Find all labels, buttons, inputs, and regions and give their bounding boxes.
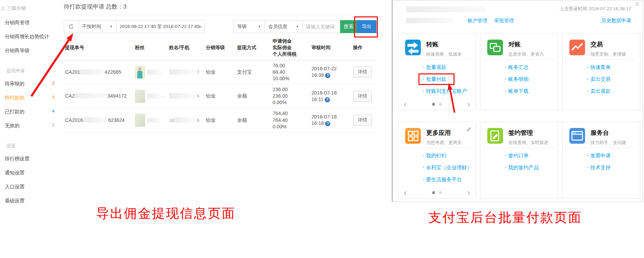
export-button[interactable]: 导出 [357, 20, 377, 33]
order-no-cell: CA2016623624 [64, 108, 134, 132]
link-account-detail[interactable]: 账务明细 [505, 76, 528, 83]
withdraw-table: 提现单号 粉丝 姓名/手机 分销等级 提现方式 申请佣金 实际佣金 个人所得税 … [64, 35, 377, 132]
time-mode-select[interactable]: 不按时间 ▼ [78, 20, 117, 33]
link-my-dingtalk[interactable]: 我的钉钉 [423, 153, 472, 159]
col-commission: 申请佣金 实际佣金 个人所得税 [271, 35, 310, 60]
sidebar-item-notify-settings[interactable]: 通知设置 [0, 166, 60, 180]
detail-button[interactable]: 详情 [353, 91, 372, 102]
link-sell-refund[interactable]: 卖出退款 [587, 88, 611, 95]
link-quick-query[interactable]: 快速查单 [587, 64, 611, 71]
name-phone-cell: 6 [168, 84, 204, 108]
time-mode-value: 不按时间 [82, 24, 101, 30]
action-cell: 详情 [352, 84, 377, 108]
filter-bar: 不按时间 ▼ 2016-06-22 17:40 至 2016-07-22 17:… [64, 20, 377, 33]
card-title: 转账 [426, 40, 462, 48]
col-review-time: 审核时间 [310, 35, 352, 60]
card-title: 交易 [591, 40, 626, 48]
link-bill-download[interactable]: 账单下载 [505, 88, 528, 95]
reconcile-icon [487, 40, 503, 55]
sidebar-section-settings: 设置 [0, 133, 60, 152]
link-invoice-apply[interactable]: 发票申请 [587, 153, 611, 159]
sidebar-item-entry-settings[interactable]: 入口设置 [0, 180, 60, 194]
table-row: CA201422685 · 7 铂金 支付宝 76.00 68.40 10.00… [64, 60, 377, 84]
export-button-label: 导出 [362, 24, 371, 30]
sidebar-item-pending-payment[interactable]: 待打款的 3 [0, 91, 60, 105]
date-range-input[interactable]: 2016-06-22 17:40 至 2016-07-22 17:40 [116, 20, 205, 33]
sidebar-section-withdraw: 提现申请 [0, 58, 60, 77]
detail-button[interactable]: 详情 [353, 115, 372, 126]
sidebar-item-distributor-manage[interactable]: 分销商管理 [0, 16, 60, 30]
card-reconcile: 对账 总览全局、更省力 账务汇总 账务明细 账单下载 [480, 33, 558, 110]
detail-button[interactable]: 详情 [353, 67, 372, 77]
avatar [135, 66, 145, 78]
action-cell: 详情 [352, 108, 377, 132]
sign-manage-icon [487, 128, 503, 144]
approval-manage-link[interactable]: 审批管理 [494, 18, 514, 23]
level-select[interactable]: 等级 ▼ [233, 20, 265, 33]
redacted-block [83, 117, 108, 123]
chevron-down-icon: ▼ [296, 25, 299, 28]
link-transfer-to-alipay[interactable]: 转账到支付宝账户 [423, 88, 467, 95]
redacted-block [147, 118, 161, 123]
sidebar-item-growth-stats[interactable]: 分销商增长趋势统计 [0, 30, 60, 44]
fan-cell: · [134, 60, 168, 84]
link-yulibao[interactable]: 余利宝（企业理财） [423, 164, 472, 171]
alipay-card-grid: 转账 快速简单、低成本 批量退款 批量付款 转账到支付宝账户 ‹ › [398, 33, 640, 199]
link-batch-refund[interactable]: 批量退款 [423, 64, 467, 71]
link-my-sign-products[interactable]: 我的签约产品 [505, 164, 539, 171]
col-order-no: 提现单号 [64, 35, 134, 60]
link-sign-orders[interactable]: 签约订单 [505, 153, 539, 159]
withdraw-main: 待打款提现申请 总数：3 不按时间 ▼ 2016-06-22 17:40 至 2… [64, 0, 377, 132]
trade-icon [569, 40, 585, 55]
member-info-select[interactable]: 会员信息 ▼ [264, 20, 303, 33]
sidebar-item-distributor-level[interactable]: 分销商等级 [0, 44, 60, 58]
alipay-header: 账户管理 审批管理 上次登录时间 2016-07-22 16:38:17 历史数… [393, 0, 643, 32]
carousel-next-icon[interactable]: › [467, 101, 470, 107]
carousel-dot[interactable] [439, 191, 442, 194]
avatar [135, 114, 145, 127]
help-icon[interactable]: ? [325, 73, 330, 78]
keyword-input[interactable] [306, 24, 337, 29]
fan-cell: … [134, 84, 168, 108]
help-icon[interactable]: ? [325, 97, 330, 102]
date-range-value: 2016-06-22 17:40 至 2016-07-22 17:40 [120, 24, 199, 30]
edit-pencil-icon[interactable] [466, 127, 472, 134]
sidebar-item-pending-review[interactable]: 待审核的 2 [0, 77, 60, 91]
history-data-link[interactable]: 历史数据申请 [601, 17, 631, 24]
carousel-dot[interactable] [439, 103, 442, 106]
carousel-prev-icon[interactable]: ‹ [404, 189, 407, 196]
sidebar-item-ranking-settings[interactable]: 排行榜设置 [0, 152, 60, 166]
carousel-dot-active[interactable] [432, 191, 435, 194]
redacted-block [147, 70, 161, 75]
count-badge: 4 [52, 109, 55, 114]
link-account-summary[interactable]: 账务汇总 [505, 64, 528, 71]
commission-cell: 236.00 236.00 0.00% [271, 84, 310, 108]
sidebar-item-paid[interactable]: 已打款的 4 [0, 105, 60, 119]
redacted-block [75, 93, 107, 98]
alipay-panel: × 账户管理 审批管理 上次登录时间 2016-07-22 16:38:17 历… [392, 0, 643, 202]
link-tech-support[interactable]: 技术支持 [587, 164, 611, 171]
redacted-block [80, 69, 105, 74]
level-cell: 铂金 [204, 84, 236, 108]
left-caption: 导出佣金提现信息页面 [82, 205, 249, 222]
chevron-down-icon: ▼ [258, 25, 261, 28]
name-phone-cell: 18 6 [168, 108, 204, 132]
search-button[interactable]: 搜索 [340, 20, 357, 33]
account-manage-link[interactable]: 账户管理 [467, 18, 487, 23]
carousel-next-icon[interactable]: › [467, 189, 470, 196]
carousel-prev-icon[interactable]: ‹ [404, 101, 407, 107]
help-icon[interactable]: ? [325, 121, 330, 126]
card-subtitle: 场景定制、更便捷 [591, 51, 626, 57]
card-title: 服务台 [591, 129, 626, 137]
link-life-service[interactable]: 爱生活服务平台 [423, 176, 472, 183]
sidebar-item-basic-settings[interactable]: 基础设置 [0, 194, 60, 208]
sidebar-item-label: 无效的 [5, 123, 20, 128]
sidebar-item-invalid[interactable]: 无效的 2 [0, 119, 60, 133]
link-batch-payment[interactable]: 批量付款 [423, 76, 467, 83]
more-apps-icon [405, 128, 421, 144]
refresh-button[interactable] [64, 20, 79, 33]
method-cell: 余额 [236, 108, 271, 132]
carousel-dot-active[interactable] [432, 103, 435, 106]
review-time-cell: 2016-07-18 16:11? [310, 84, 352, 108]
link-sell-trade[interactable]: 卖出交易 [587, 76, 611, 83]
